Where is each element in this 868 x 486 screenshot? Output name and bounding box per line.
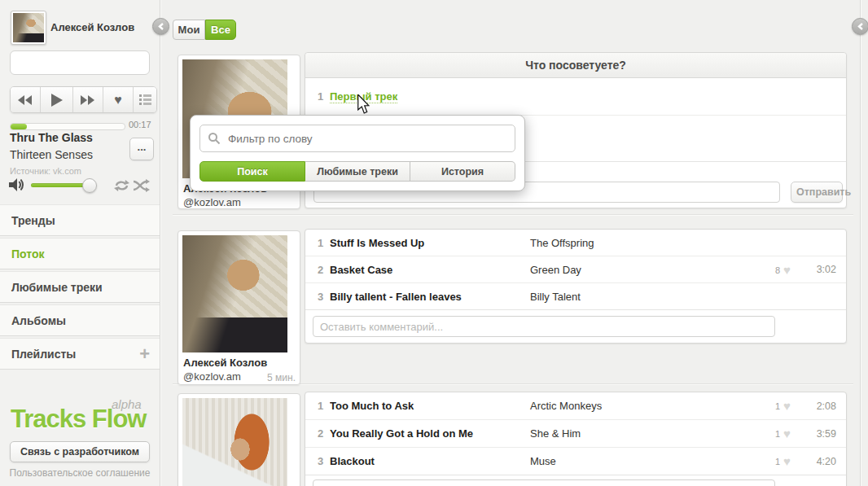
track-row[interactable]: 1 Too Much to Ask Arctic Monkeys 1♥ 2:08	[305, 392, 846, 420]
track-artist: Arctic Monkeys	[530, 400, 742, 412]
post-age: 5 мин.	[267, 372, 296, 383]
add-playlist-icon[interactable]: +	[139, 339, 150, 369]
track-artist: The Offspring	[530, 237, 742, 249]
user-avatar[interactable]	[11, 11, 46, 45]
filter-search-box[interactable]	[199, 125, 515, 152]
author-handle[interactable]: @kozlov.am	[183, 196, 296, 208]
track-title: Too Much to Ask	[330, 400, 530, 412]
playlist-icon	[139, 94, 151, 105]
contact-developer-button[interactable]: Связь с разработчиком	[10, 441, 150, 462]
sidebar-divider	[160, 0, 160, 486]
collapse-sidebar-button[interactable]	[152, 18, 169, 35]
track-number: 3	[318, 455, 330, 467]
post2-comment-input[interactable]	[313, 316, 775, 337]
sidebar-item-playlists[interactable]: Плейлисты +	[0, 338, 160, 370]
filter-tab-history[interactable]: История	[410, 161, 515, 182]
track-filter-popup: Поиск Любимые треки История	[190, 115, 525, 191]
filter-tab-search[interactable]: Поиск	[199, 161, 305, 182]
track-link[interactable]: Первый трек	[330, 90, 397, 103]
favorite-button[interactable]: ♥	[103, 87, 134, 112]
sidebar: Алексей Козлов	[0, 0, 160, 486]
terms-link[interactable]: Пользовательское соглашение	[0, 467, 160, 479]
chevron-left-icon	[158, 23, 164, 30]
feed-scope-tabs: Мои Все	[173, 20, 236, 40]
post3-author-card[interactable]	[178, 393, 300, 486]
now-playing-title: Thru The Glass	[10, 131, 93, 144]
sidebar-item-favorites[interactable]: Любимые треки	[0, 271, 160, 303]
heart-icon[interactable]: ♥	[783, 263, 791, 277]
track-title: Billy tallent - Fallen leaves	[330, 291, 530, 303]
sidebar-search[interactable]	[10, 50, 150, 75]
heart-icon[interactable]: ♥	[783, 399, 791, 413]
like-count: 1	[775, 457, 780, 466]
track-duration: 4:20	[791, 456, 846, 467]
track-artist: Muse	[530, 455, 742, 467]
track-artist: Green Day	[530, 264, 742, 276]
track-duration: 3:02	[791, 264, 846, 275]
track-row[interactable]: 1 Stuff Is Messed Up The Offspring	[305, 230, 846, 256]
post1-question: Что посоветуете?	[305, 53, 846, 78]
like-count: 1	[775, 401, 780, 411]
track-title: Basket Case	[330, 264, 530, 276]
post2-author-card[interactable]: Алексей Козлов 5 мин. @kozlov.am	[178, 230, 300, 385]
play-icon	[51, 94, 63, 107]
heart-icon: ♥	[114, 94, 122, 107]
track-number: 1	[318, 90, 330, 103]
track-row[interactable]: 2 You Really Got a Hold on Me She & Him …	[305, 420, 846, 448]
like-count: 1	[775, 429, 780, 439]
now-playing-artist: Thirteen Senses	[10, 148, 93, 161]
volume-icon[interactable]	[9, 177, 26, 192]
filter-input[interactable]	[226, 132, 515, 146]
post3-tracks-card: 1 Too Much to Ask Arctic Monkeys 1♥ 2:08…	[305, 392, 847, 486]
track-number: 1	[318, 237, 330, 249]
track-artist: She & Him	[530, 427, 742, 440]
tracks-flow-app: Алексей Козлов	[0, 0, 868, 486]
track-number: 1	[318, 400, 330, 412]
post2-author-photo	[182, 235, 287, 352]
send-comment-button[interactable]: Отправить	[791, 182, 843, 203]
author-name: Алексей Козлов	[183, 357, 296, 369]
user-name: Алексей Козлов	[50, 21, 134, 33]
forward-button[interactable]	[73, 87, 103, 112]
play-button[interactable]	[41, 87, 73, 112]
track-number: 2	[318, 427, 330, 440]
track-row[interactable]: 1 Первый трек	[305, 78, 846, 116]
playlist-button[interactable]	[134, 87, 156, 112]
rewind-button[interactable]	[11, 87, 41, 112]
repeat-icon[interactable]	[114, 179, 129, 192]
volume-knob[interactable]	[82, 178, 97, 193]
search-input[interactable]	[22, 56, 169, 70]
right-divider	[860, 0, 861, 486]
seek-bar[interactable]	[10, 123, 125, 130]
elapsed-time: 00:17	[129, 120, 151, 129]
track-artist: Billy Talent	[530, 291, 742, 303]
author-handle[interactable]: 5 мин. @kozlov.am	[183, 370, 296, 383]
track-row[interactable]: 2 Basket Case Green Day 8♥ 3:02	[305, 256, 846, 283]
sidebar-item-albums[interactable]: Альбомы	[0, 304, 160, 336]
post-separator	[173, 214, 853, 215]
post3-comment-input[interactable]	[313, 479, 775, 486]
collapse-right-button[interactable]	[852, 18, 868, 35]
search-icon	[208, 132, 221, 145]
seek-bar-fill	[11, 124, 27, 129]
tab-my[interactable]: Мои	[173, 20, 205, 40]
tab-all[interactable]: Все	[205, 20, 236, 40]
filter-tab-favorites[interactable]: Любимые треки	[305, 161, 410, 182]
track-duration: 2:08	[791, 401, 846, 412]
track-row[interactable]: 3 Billy tallent - Fallen leaves Billy Ta…	[305, 283, 846, 310]
track-duration: 3:59	[791, 428, 846, 440]
track-title: You Really Got a Hold on Me	[330, 427, 530, 440]
track-more-button[interactable]: ...	[129, 138, 154, 160]
fast-forward-icon	[81, 95, 95, 105]
post2-tracks-card: 1 Stuff Is Messed Up The Offspring 2 Bas…	[305, 229, 847, 344]
heart-icon[interactable]: ♥	[783, 454, 791, 468]
heart-icon[interactable]: ♥	[783, 427, 791, 440]
sidebar-item-trends[interactable]: Тренды	[0, 204, 160, 236]
rewind-icon	[18, 95, 33, 105]
post3-author-photo	[182, 398, 287, 486]
filter-tabs: Поиск Любимые треки История	[199, 161, 515, 182]
track-row[interactable]: 3 Blackout Muse 1♥ 4:20	[305, 448, 846, 475]
sidebar-item-stream[interactable]: Поток	[0, 238, 160, 269]
shuffle-icon[interactable]	[134, 179, 150, 192]
track-title: Blackout	[330, 455, 530, 467]
